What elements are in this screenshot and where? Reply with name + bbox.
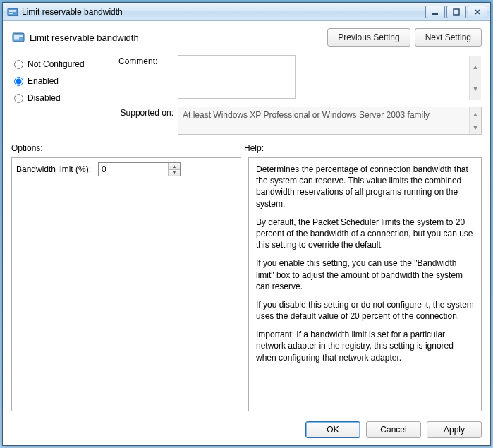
supported-on-text: At least Windows XP Professional or Wind… — [183, 110, 430, 120]
policy-title: Limit reservable bandwidth — [30, 32, 139, 43]
supported-label: Supported on: — [118, 107, 174, 118]
radio-enabled-label: Enabled — [28, 76, 59, 86]
help-text: If you disable this setting or do not co… — [256, 299, 474, 322]
supported-on-box: At least Windows XP Professional or Wind… — [178, 107, 482, 135]
cancel-button[interactable]: Cancel — [366, 421, 421, 438]
scroll-down-icon[interactable]: ▼ — [469, 121, 481, 134]
help-text: Important: If a bandwidth limit is set f… — [256, 329, 474, 363]
window-title: Limit reservable bandwidth — [22, 7, 424, 17]
maximize-button[interactable] — [446, 6, 466, 18]
radio-disabled[interactable]: Disabled — [14, 93, 113, 103]
radio-not-configured-label: Not Configured — [28, 59, 85, 69]
help-text: By default, the Packet Scheduler limits … — [256, 217, 474, 251]
bandwidth-limit-input[interactable] — [99, 163, 168, 176]
scroll-down-icon[interactable]: ▼ — [469, 78, 481, 101]
panes: Bandwidth limit (%): ▲ ▼ Determines the … — [3, 156, 490, 417]
window-controls — [424, 6, 487, 18]
radio-not-configured-input[interactable] — [14, 60, 23, 69]
options-pane: Bandwidth limit (%): ▲ ▼ — [11, 157, 241, 411]
radio-disabled-input[interactable] — [14, 94, 23, 103]
help-pane: Determines the percentage of connection … — [248, 157, 482, 411]
radio-disabled-label: Disabled — [28, 93, 61, 103]
help-heading: Help: — [244, 143, 264, 153]
next-setting-button[interactable]: Next Setting — [415, 28, 482, 47]
svg-rect-7 — [14, 37, 19, 40]
svg-rect-6 — [14, 35, 23, 37]
comment-row: Comment: ▲ ▼ — [118, 55, 482, 101]
supported-scroll[interactable]: ▲ ▼ — [469, 107, 481, 134]
svg-rect-2 — [9, 13, 13, 14]
comment-scroll[interactable]: ▲ ▼ — [469, 56, 481, 100]
titlebar[interactable]: Limit reservable bandwidth — [3, 3, 490, 21]
header: Limit reservable bandwidth Previous Sett… — [3, 21, 490, 52]
ok-button[interactable]: OK — [305, 421, 360, 438]
svg-rect-3 — [432, 13, 438, 15]
radio-enabled-input[interactable] — [14, 77, 23, 86]
bandwidth-limit-spinner[interactable]: ▲ ▼ — [98, 162, 181, 176]
scroll-up-icon[interactable]: ▲ — [469, 107, 481, 121]
svg-rect-1 — [9, 10, 16, 12]
top-grid: Not Configured Enabled Disabled Comment:… — [3, 52, 490, 140]
options-heading: Options: — [11, 143, 244, 153]
comment-label: Comment: — [118, 55, 174, 66]
state-radio-group: Not Configured Enabled Disabled — [14, 55, 113, 135]
spinner-up-button[interactable]: ▲ — [169, 163, 180, 169]
footer: OK Cancel Apply — [3, 417, 490, 445]
minimize-button[interactable] — [425, 6, 445, 18]
help-text: Determines the percentage of connection … — [256, 164, 474, 210]
bandwidth-option-row: Bandwidth limit (%): ▲ ▼ — [16, 162, 236, 176]
comment-textarea[interactable] — [178, 55, 296, 99]
bandwidth-limit-label: Bandwidth limit (%): — [16, 164, 91, 174]
dialog-window: Limit reservable bandwidth Limit reser — [2, 2, 491, 446]
svg-rect-4 — [454, 9, 459, 15]
spinner-down-button[interactable]: ▼ — [169, 169, 180, 176]
close-button[interactable] — [468, 6, 487, 18]
fields-col: Comment: ▲ ▼ Supported on: At least Wind… — [118, 55, 482, 135]
previous-setting-button[interactable]: Previous Setting — [327, 28, 410, 47]
section-labels: Options: Help: — [3, 140, 490, 156]
radio-not-configured[interactable]: Not Configured — [14, 59, 113, 69]
scroll-up-icon[interactable]: ▲ — [469, 56, 481, 78]
help-text: If you enable this setting, you can use … — [256, 258, 474, 292]
header-left: Limit reservable bandwidth — [11, 30, 323, 44]
app-icon — [7, 6, 18, 18]
apply-button[interactable]: Apply — [427, 421, 482, 438]
supported-row: Supported on: At least Windows XP Profes… — [118, 107, 482, 135]
policy-icon — [11, 30, 25, 44]
radio-enabled[interactable]: Enabled — [14, 76, 113, 86]
